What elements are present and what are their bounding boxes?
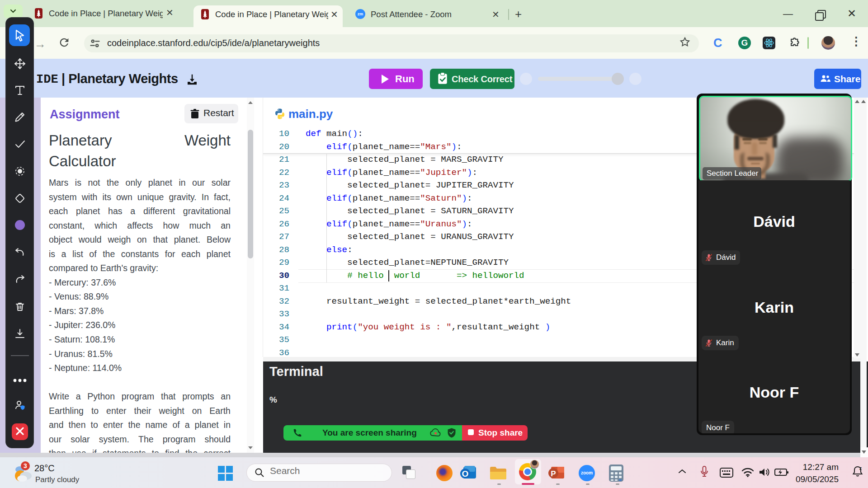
svg-text:P: P: [551, 469, 556, 478]
svg-text:z: z: [859, 466, 862, 471]
svg-text:O: O: [462, 469, 469, 479]
